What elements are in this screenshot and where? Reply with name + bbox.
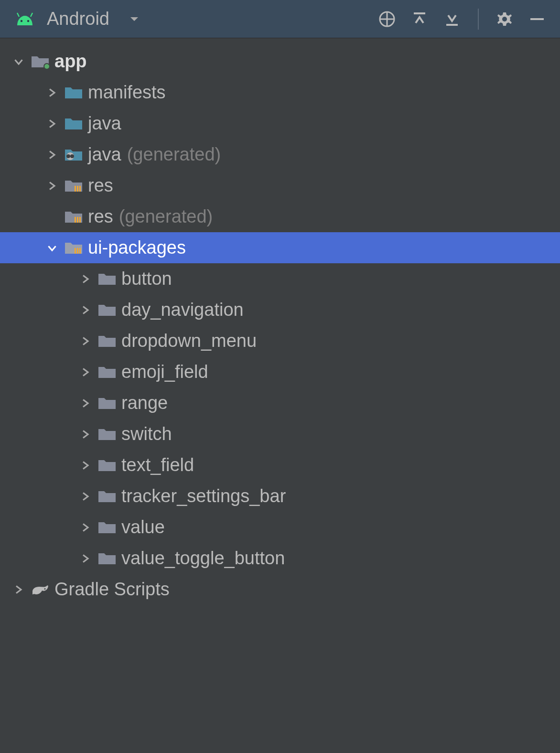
chevron-right-icon[interactable] bbox=[41, 150, 63, 160]
folder-icon bbox=[97, 301, 118, 319]
tree-node-java-generated[interactable]: java (generated) bbox=[0, 139, 560, 170]
chevron-right-icon[interactable] bbox=[75, 492, 97, 501]
chevron-right-icon[interactable] bbox=[41, 88, 63, 97]
view-selector[interactable]: Android bbox=[14, 9, 378, 29]
node-label: value_toggle_button bbox=[121, 548, 285, 569]
chevron-right-icon[interactable] bbox=[75, 367, 97, 377]
node-label: dropdown_menu bbox=[121, 331, 257, 351]
resource-folder-icon bbox=[63, 208, 84, 226]
tree-node-text-field[interactable]: text_field bbox=[0, 450, 560, 481]
node-suffix: (generated) bbox=[119, 206, 213, 227]
tree-node-gradle-scripts[interactable]: Gradle Scripts bbox=[0, 574, 560, 605]
tree-node-switch[interactable]: switch bbox=[0, 419, 560, 450]
svg-point-9 bbox=[27, 20, 29, 22]
tree-node-ui-packages[interactable]: ui-packages bbox=[0, 232, 560, 263]
folder-icon bbox=[63, 84, 84, 101]
folder-icon bbox=[97, 426, 118, 443]
tree-node-dropdown-menu[interactable]: dropdown_menu bbox=[0, 325, 560, 356]
chevron-down-icon bbox=[129, 12, 140, 26]
module-folder-icon bbox=[30, 53, 51, 70]
select-opened-file-icon[interactable] bbox=[378, 11, 396, 28]
node-label: day_navigation bbox=[121, 300, 244, 320]
chevron-right-icon[interactable] bbox=[8, 585, 30, 594]
node-label: emoji_field bbox=[121, 362, 208, 382]
node-label: ui-packages bbox=[88, 237, 186, 258]
gear-icon[interactable] bbox=[496, 11, 513, 28]
tree-node-emoji-field[interactable]: emoji_field bbox=[0, 356, 560, 387]
folder-icon bbox=[97, 364, 118, 381]
node-label: text_field bbox=[121, 455, 194, 475]
tree-node-manifests[interactable]: manifests bbox=[0, 77, 560, 108]
node-suffix: (generated) bbox=[127, 144, 221, 165]
header-actions bbox=[378, 9, 546, 30]
folder-icon bbox=[97, 457, 118, 474]
folder-icon bbox=[97, 333, 118, 350]
node-label: tracker_settings_bar bbox=[121, 486, 286, 506]
generated-folder-icon bbox=[63, 146, 84, 163]
tree-node-day-navigation[interactable]: day_navigation bbox=[0, 294, 560, 325]
node-label: res bbox=[88, 175, 113, 196]
chevron-right-icon[interactable] bbox=[75, 336, 97, 346]
project-view-header: Android bbox=[0, 0, 560, 38]
folder-icon bbox=[97, 488, 118, 505]
tree-node-res[interactable]: res bbox=[0, 170, 560, 201]
node-label: app bbox=[54, 51, 87, 72]
view-selector-label: Android bbox=[47, 9, 109, 29]
node-label: res bbox=[88, 206, 113, 227]
chevron-right-icon[interactable] bbox=[75, 523, 97, 532]
folder-icon bbox=[63, 115, 84, 132]
node-label: java bbox=[88, 144, 121, 165]
folder-icon bbox=[97, 395, 118, 412]
node-label: value bbox=[121, 517, 165, 538]
node-label: button bbox=[121, 269, 172, 289]
tree-node-value[interactable]: value bbox=[0, 512, 560, 543]
tree-node-tracker-settings-bar[interactable]: tracker_settings_bar bbox=[0, 481, 560, 512]
divider bbox=[478, 9, 479, 30]
chevron-right-icon[interactable] bbox=[41, 119, 63, 129]
chevron-right-icon[interactable] bbox=[75, 398, 97, 408]
resource-folder-icon bbox=[63, 239, 84, 257]
svg-point-15 bbox=[502, 17, 507, 22]
chevron-down-icon[interactable] bbox=[8, 57, 30, 66]
node-label: range bbox=[121, 393, 168, 413]
tree-node-java[interactable]: java bbox=[0, 108, 560, 139]
chevron-right-icon[interactable] bbox=[41, 181, 63, 191]
chevron-right-icon[interactable] bbox=[75, 554, 97, 563]
chevron-right-icon[interactable] bbox=[75, 430, 97, 439]
chevron-right-icon[interactable] bbox=[75, 461, 97, 470]
gradle-icon bbox=[30, 581, 51, 598]
svg-line-6 bbox=[17, 13, 19, 17]
tree-node-app[interactable]: app bbox=[0, 46, 560, 77]
project-tree: app manifests java java (generated) res … bbox=[0, 38, 560, 605]
folder-icon bbox=[97, 519, 118, 536]
folder-icon bbox=[97, 270, 118, 288]
folder-icon bbox=[97, 550, 118, 567]
tree-node-res-generated[interactable]: res (generated) bbox=[0, 201, 560, 232]
minimize-icon[interactable] bbox=[528, 11, 546, 28]
tree-node-range[interactable]: range bbox=[0, 387, 560, 419]
tree-node-button[interactable]: button bbox=[0, 263, 560, 294]
tree-node-value-toggle-button[interactable]: value_toggle_button bbox=[0, 543, 560, 574]
chevron-right-icon[interactable] bbox=[75, 274, 97, 284]
node-label: java bbox=[88, 113, 121, 134]
resource-folder-icon bbox=[63, 177, 84, 194]
collapse-all-icon[interactable] bbox=[443, 11, 461, 28]
chevron-right-icon[interactable] bbox=[75, 305, 97, 315]
chevron-down-icon[interactable] bbox=[41, 243, 63, 253]
node-label: manifests bbox=[88, 82, 166, 103]
svg-point-8 bbox=[21, 20, 22, 22]
node-label: switch bbox=[121, 424, 172, 444]
svg-line-7 bbox=[31, 13, 32, 17]
android-icon bbox=[14, 12, 35, 26]
expand-all-icon[interactable] bbox=[411, 11, 428, 28]
node-label: Gradle Scripts bbox=[54, 579, 170, 600]
